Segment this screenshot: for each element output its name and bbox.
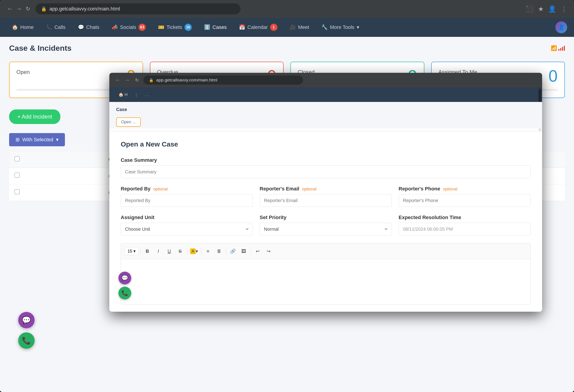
signal-bars — [558, 46, 565, 51]
nav-calls[interactable]: 📞 Calls — [41, 22, 71, 33]
reported-by-label: Reported By optional — [121, 186, 253, 192]
browser-window: ← → ↻ 🔒 app.getcallsavvy.com/main.html ⬛… — [0, 0, 574, 392]
underline-button[interactable]: U — [164, 246, 174, 256]
second-fab-chat[interactable]: 💬 — [119, 272, 131, 284]
case-summary-input[interactable] — [121, 165, 531, 178]
tools-icon: 🔧 — [321, 24, 328, 30]
rte-divider-4 — [226, 247, 226, 255]
second-titlebar: ← → ↻ 🔒 app.getcallsavvy.com/main.html — [109, 73, 542, 87]
reporter-phone-input[interactable] — [399, 194, 531, 207]
chats-icon: 💬 — [78, 24, 84, 30]
bookmark-icon[interactable]: ★ — [538, 5, 544, 13]
fab-call-button[interactable]: 📞 — [18, 332, 35, 349]
highlight-button[interactable]: A ▾ — [189, 246, 199, 256]
more-tools-arrow: ▾ — [357, 24, 359, 30]
second-page-title: Case — [116, 107, 127, 112]
select-all-checkbox[interactable] — [15, 156, 20, 161]
forward-button[interactable]: → — [16, 6, 22, 12]
extensions-icon[interactable]: ⬛ — [526, 5, 533, 13]
second-stats-partial: Open ... — [109, 115, 542, 129]
font-size-button[interactable]: 15 ▾ — [124, 247, 139, 255]
signal-bar-2 — [560, 48, 561, 51]
nav-more-tools[interactable]: 🔧 More Tools ▾ — [316, 22, 364, 33]
back-button[interactable]: ← — [7, 6, 13, 12]
row2-checkbox[interactable] — [15, 189, 20, 194]
nav-meet[interactable]: 🎥 Meet — [285, 22, 314, 33]
socials-badge: 63 — [139, 24, 146, 31]
case-summary-label: Case Summary — [121, 157, 531, 163]
bold-button[interactable]: B — [142, 246, 152, 256]
signal-bar-3 — [562, 47, 563, 51]
reporter-row: Reported By optional Reporter's Email op… — [121, 186, 531, 215]
reported-by-section: Reported By optional — [121, 186, 253, 207]
undo-button[interactable]: ↩ — [253, 246, 263, 256]
app-navbar: 🏠 Home 📞 Calls 💬 Chats 📣 Socials 63 🎫 Ti… — [0, 18, 574, 37]
calendar-badge: 1 — [270, 24, 277, 31]
set-priority-select[interactable]: Normal — [260, 223, 392, 236]
second-nav-items: 🏠 H | ... — [115, 90, 152, 99]
cases-icon: ℹ️ — [204, 24, 210, 30]
address-bar[interactable]: 🔒 app.getcallsavvy.com/main.html — [36, 3, 241, 14]
page-title: Case & Incidents — [9, 44, 72, 53]
ordered-list-button[interactable]: ≣ — [214, 246, 224, 256]
row1-checkbox[interactable] — [15, 173, 20, 178]
reported-by-optional: optional — [153, 187, 168, 191]
reporter-phone-label: Reporter's Phone optional — [399, 186, 531, 192]
reported-by-input[interactable] — [121, 194, 253, 207]
fab-chat-button[interactable]: 💬 — [18, 312, 35, 328]
assigned-unit-label: Assigned Unit — [121, 215, 253, 221]
nav-tickets-label: Tickets — [166, 24, 182, 30]
url-text: app.getcallsavvy.com/main.html — [49, 6, 120, 12]
nav-calls-label: Calls — [54, 24, 66, 30]
reload-button[interactable]: ↻ — [25, 6, 31, 12]
link-button[interactable]: 🔗 — [228, 246, 238, 256]
font-size-value: 15 — [127, 249, 132, 254]
signal-bar-1 — [558, 49, 559, 51]
reporter-email-optional: optional — [302, 187, 316, 191]
home-icon: 🏠 — [12, 24, 18, 30]
nav-socials[interactable]: 📣 Socials 63 — [107, 21, 151, 33]
second-back-button[interactable]: ← — [115, 77, 121, 83]
tickets-icon: 🎫 — [158, 24, 164, 30]
strikethrough-button[interactable]: S — [175, 246, 185, 256]
second-stat-open: Open ... — [116, 117, 141, 127]
second-nav-placeholder: ... — [142, 90, 152, 99]
reporter-email-section: Reporter's Email optional — [260, 186, 392, 207]
expected-resolution-input[interactable] — [399, 223, 531, 236]
nav-calendar[interactable]: 📅 Calendar 1 — [234, 21, 282, 33]
add-incident-button[interactable]: + Add Incident — [9, 110, 60, 124]
assigned-unit-select[interactable]: Choose Unit — [121, 223, 253, 236]
nav-cases-label: Cases — [212, 24, 227, 30]
bullet-list-button[interactable]: ≡ — [203, 246, 213, 256]
reporter-email-input[interactable] — [260, 194, 392, 207]
nav-more-tools-label: More Tools — [330, 24, 354, 30]
browser-controls: ← → ↻ — [7, 6, 31, 12]
col-checkbox — [9, 152, 103, 168]
grid-icon: ⊞ — [16, 137, 20, 143]
nav-tickets[interactable]: 🎫 Tickets 16 — [153, 21, 197, 33]
unit-priority-row: Assigned Unit Choose Unit Set Priority N… — [121, 215, 531, 243]
rte-divider-5 — [250, 247, 251, 255]
with-selected-arrow: ▾ — [56, 137, 59, 143]
rte-content[interactable] — [121, 259, 531, 305]
redo-button[interactable]: ↪ — [264, 246, 274, 256]
wifi-icon: 📶 — [551, 45, 557, 51]
second-fab-call[interactable]: 📞 — [119, 287, 131, 299]
second-reload-button[interactable]: ↻ — [134, 77, 140, 83]
user-avatar[interactable]: 👤 — [555, 21, 567, 33]
nav-home[interactable]: 🏠 Home — [7, 22, 39, 33]
italic-button[interactable]: I — [153, 246, 163, 256]
scrollbar-thumb[interactable] — [538, 89, 541, 103]
nav-chats[interactable]: 💬 Chats — [73, 22, 104, 33]
with-selected-button[interactable]: ⊞ With Selected ▾ — [9, 133, 65, 146]
socials-icon: 📣 — [112, 24, 118, 30]
menu-icon[interactable]: ⋮ — [561, 5, 567, 13]
with-selected-label: With Selected — [22, 137, 53, 143]
second-address-bar[interactable]: 🔒 app.getcallsavvy.com/main.html — [144, 75, 303, 85]
second-lock-icon: 🔒 — [149, 78, 154, 82]
image-button[interactable]: 🖼 — [239, 246, 249, 256]
second-page-bg: Case — [109, 102, 542, 115]
nav-cases[interactable]: ℹ️ Cases — [199, 22, 232, 33]
second-forward-button[interactable]: → — [124, 77, 130, 83]
profile-icon[interactable]: 👤 — [548, 5, 556, 13]
